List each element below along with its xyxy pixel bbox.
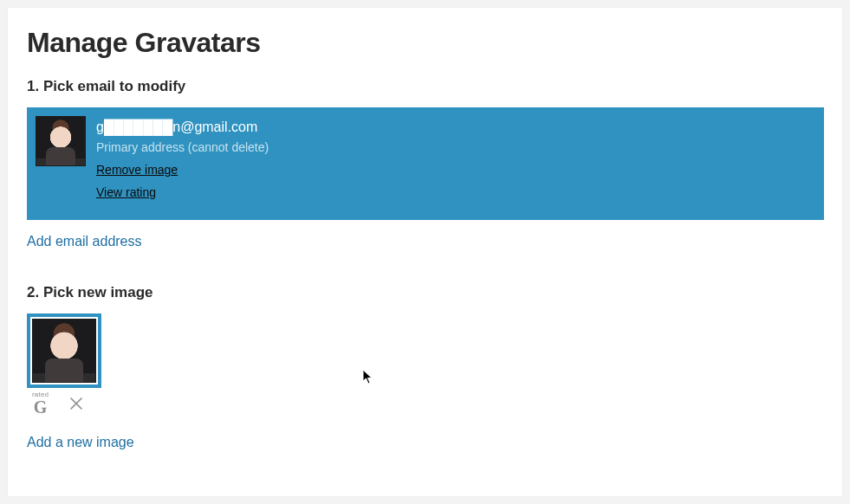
page-title: Manage Gravatars xyxy=(27,27,823,59)
rating-letter: G xyxy=(34,398,48,416)
email-subtext: Primary address (cannot delete) xyxy=(96,140,815,154)
remove-image-icon[interactable] xyxy=(69,397,83,410)
section-heading-pick-image: 2. Pick new image xyxy=(27,284,823,301)
email-address-text: g███████n@gmail.com xyxy=(96,120,815,135)
add-new-image-link[interactable]: Add a new image xyxy=(27,435,134,450)
gravatar-image-option[interactable] xyxy=(27,313,101,388)
remove-image-link[interactable]: Remove image xyxy=(96,163,178,177)
add-email-link[interactable]: Add email address xyxy=(27,234,142,249)
email-entry[interactable]: g███████n@gmail.com Primary address (can… xyxy=(27,107,824,220)
section-heading-pick-email: 1. Pick email to modify xyxy=(27,78,823,95)
email-info: g███████n@gmail.com Primary address (can… xyxy=(96,116,815,208)
image-picker: rated G xyxy=(27,313,101,416)
rating-badge: rated G xyxy=(32,391,49,416)
view-rating-link[interactable]: View rating xyxy=(96,185,156,199)
email-avatar xyxy=(36,116,86,166)
image-meta: rated G xyxy=(27,391,101,416)
gravatar-image xyxy=(32,319,96,383)
manage-gravatars-panel: Manage Gravatars 1. Pick email to modify… xyxy=(7,7,843,497)
